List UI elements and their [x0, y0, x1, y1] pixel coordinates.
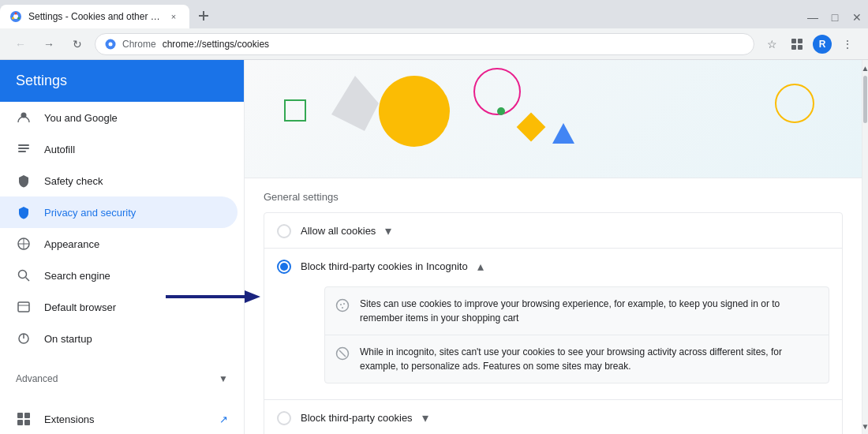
svg-marker-31 [245, 290, 260, 303]
svg-point-3 [17, 17, 20, 20]
toolbar-icons: ☆ R ⋮ [761, 33, 859, 55]
radio-block-incognito[interactable] [277, 260, 291, 274]
yellow-circle-shape [379, 76, 450, 147]
browser-frame: Settings - Cookies and other site... × —… [0, 0, 868, 434]
incognito-icon [335, 346, 350, 361]
sidebar-item-extensions[interactable]: Extensions ↗ [0, 403, 244, 434]
svg-rect-25 [24, 413, 30, 418]
gray-blob-shape [331, 76, 379, 131]
sidebar: Settings You and Google Autofill Safe [0, 60, 245, 434]
extensions-icon[interactable] [786, 33, 808, 55]
search-icon [16, 268, 32, 283]
chevron-block-third-party-icon: ▾ [422, 410, 428, 425]
tab-bar: Settings - Cookies and other site... × —… [0, 0, 868, 28]
minimize-button[interactable]: — [802, 6, 824, 28]
chevron-down-icon: ▼ [219, 373, 228, 384]
avatar-icon[interactable]: R [811, 33, 833, 55]
startup-icon [16, 331, 32, 346]
browser-icon [16, 299, 32, 315]
advanced-section[interactable]: Advanced ▼ [0, 367, 244, 391]
sidebar-item-privacy-security[interactable]: Privacy and security [0, 196, 238, 228]
option-block-third-party-label: Block third-party cookies [301, 412, 413, 424]
chevron-allow-all-icon: ▾ [385, 223, 391, 238]
arrow-svg [166, 289, 260, 305]
svg-rect-10 [798, 39, 803, 43]
sidebar-item-search-engine[interactable]: Search engine [0, 260, 238, 291]
expanded-item-1: Sites can use cookies to improve your br… [325, 287, 829, 335]
option-block-incognito-label: Block third-party cookies in Incognito [301, 260, 468, 272]
settings-title: Settings [16, 73, 67, 88]
sidebar-item-appearance[interactable]: Appearance [0, 228, 238, 260]
blue-triangle-shape [552, 123, 574, 144]
reload-button[interactable]: ↻ [66, 33, 88, 55]
green-rect-shape [284, 99, 306, 122]
sidebar-item-autofill[interactable]: Autofill [0, 133, 238, 165]
menu-button[interactable]: ⋮ [836, 33, 859, 55]
autofill-icon [16, 141, 32, 157]
svg-point-1 [13, 14, 18, 19]
sidebar-item-you-google[interactable]: You and Google [0, 102, 238, 133]
active-tab[interactable]: Settings - Cookies and other site... × [0, 5, 189, 28]
tab-close-btn[interactable]: × [167, 10, 180, 23]
bookmark-icon[interactable]: ☆ [761, 33, 783, 55]
tab-title: Settings - Cookies and other site... [28, 11, 161, 22]
sidebar-label-safety-check: Safety check [44, 175, 103, 187]
option-block-incognito-container: Block third-party cookies in Incognito ▴ [264, 248, 842, 399]
toolbar: ← → ↻ Chrome chrome://settings/cookies ☆… [0, 28, 868, 60]
svg-point-18 [19, 271, 27, 279]
sidebar-label-default-browser: Default browser [44, 301, 116, 313]
cookie-icon [335, 297, 350, 313]
svg-rect-20 [18, 302, 29, 312]
svg-rect-16 [18, 151, 26, 152]
forward-button[interactable]: → [38, 33, 60, 55]
scrollbar-up[interactable]: ▲ [862, 60, 868, 76]
option-block-incognito[interactable]: Block third-party cookies in Incognito ▴ [264, 249, 842, 283]
radio-allow-all[interactable] [277, 224, 291, 238]
option-allow-all-label: Allow all cookies [301, 225, 376, 237]
sidebar-header: Settings [0, 60, 244, 102]
user-avatar: R [813, 35, 832, 54]
option-allow-all[interactable]: Allow all cookies ▾ [264, 213, 842, 248]
expanded-items: Sites can use cookies to improve your br… [324, 286, 829, 383]
url-prefix: Chrome [122, 39, 156, 50]
external-link-icon: ↗ [219, 413, 228, 425]
scrollbar-down[interactable]: ▼ [862, 418, 868, 434]
maximize-button[interactable]: □ [824, 6, 846, 28]
scrollbar[interactable]: ▲ ▼ [862, 60, 868, 434]
back-button[interactable]: ← [9, 33, 32, 55]
svg-rect-15 [18, 148, 29, 149]
pointer-arrow [166, 289, 260, 305]
green-dot-shape [497, 107, 505, 115]
shield-icon [16, 173, 32, 189]
extensions-label: Extensions [44, 413, 95, 425]
sidebar-label-privacy-security: Privacy and security [44, 207, 136, 219]
close-button[interactable]: ✕ [846, 6, 868, 28]
svg-rect-11 [791, 45, 796, 50]
sidebar-label-you-google: You and Google [44, 112, 118, 124]
orange-circle-outline-shape [775, 84, 814, 123]
scrollbar-thumb[interactable] [863, 76, 867, 123]
svg-rect-9 [791, 39, 796, 43]
svg-rect-26 [17, 420, 23, 425]
new-tab-button[interactable] [193, 5, 215, 27]
radio-block-third-party[interactable] [277, 411, 291, 425]
hero-shapes [245, 60, 862, 178]
main-content: General settings Allow all cookies ▾ Blo… [245, 60, 862, 434]
sidebar-item-safety-check[interactable]: Safety check [0, 165, 238, 196]
scrollbar-track [862, 76, 868, 418]
svg-point-34 [343, 303, 345, 305]
chrome-favicon-small [105, 39, 116, 50]
svg-point-32 [337, 300, 349, 312]
svg-line-19 [26, 278, 30, 282]
appearance-icon [16, 236, 32, 252]
svg-rect-12 [798, 45, 803, 50]
section-title: General settings [264, 191, 843, 203]
svg-point-4 [12, 17, 14, 20]
option-block-third-party[interactable]: Block third-party cookies ▾ [264, 399, 842, 434]
sidebar-label-search-engine: Search engine [44, 270, 110, 282]
chevron-block-incognito-icon: ▴ [477, 259, 484, 274]
svg-point-2 [15, 13, 17, 15]
sidebar-label-on-startup: On startup [44, 333, 92, 345]
address-bar[interactable]: Chrome chrome://settings/cookies [95, 33, 754, 55]
sidebar-item-on-startup[interactable]: On startup [0, 323, 238, 354]
